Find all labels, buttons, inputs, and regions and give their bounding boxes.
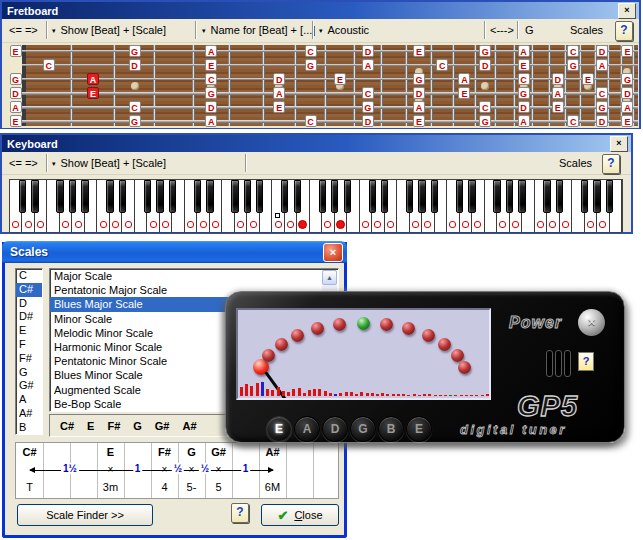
black-key[interactable] — [294, 180, 301, 213]
black-key[interactable] — [206, 180, 213, 213]
fret-note-G[interactable]: G — [10, 73, 22, 85]
black-key[interactable] — [518, 180, 525, 213]
fret-note-E[interactable]: E — [458, 87, 470, 99]
fret-note-A[interactable]: A — [552, 87, 564, 99]
fret-note-G[interactable]: G — [479, 45, 491, 57]
fret-note-C[interactable]: C — [518, 73, 530, 85]
fret-note-A[interactable]: A — [621, 101, 633, 113]
fret-note-C[interactable]: C — [129, 101, 141, 113]
black-key[interactable] — [106, 180, 113, 213]
black-key[interactable] — [81, 180, 88, 213]
tuner-note-button-B[interactable]: B — [378, 416, 404, 442]
root-note-list[interactable]: CC#DD#EFF#GG#AA#B — [15, 268, 43, 435]
fret-note-E[interactable]: E — [621, 45, 633, 57]
scale-finder-button[interactable]: Scale Finder >> — [17, 504, 153, 526]
guitar-string-1[interactable] — [22, 50, 638, 52]
black-key[interactable] — [506, 180, 513, 213]
fret-note-E[interactable]: E — [334, 73, 346, 85]
black-key[interactable] — [406, 180, 413, 213]
fret-note-G[interactable]: G — [413, 73, 425, 85]
fretboard-neck[interactable]: EGACDEGACDECDEGACDEGAGACDEGACDEGDEGACDEG… — [9, 45, 638, 126]
fret-note-G[interactable]: G — [567, 59, 579, 71]
help-icon[interactable]: ? — [578, 352, 594, 371]
fret-note-A[interactable]: A — [518, 45, 530, 57]
fret-note-A[interactable]: A — [273, 87, 285, 99]
fret-note-E[interactable]: E — [621, 115, 633, 127]
fret-note-A[interactable]: A — [362, 59, 374, 71]
fret-note-D[interactable]: D — [621, 87, 633, 99]
fret-note-G[interactable]: G — [205, 87, 217, 99]
root-item-G[interactable]: G — [16, 366, 42, 380]
black-key[interactable] — [606, 180, 613, 213]
black-key[interactable] — [581, 180, 588, 213]
show-menu-button[interactable]: ▾ Show [Beat] + [Scale] — [52, 152, 166, 174]
black-key[interactable] — [244, 180, 251, 213]
root-item-B[interactable]: B — [16, 421, 42, 435]
name-menu-button[interactable]: ▾ Name for [Beat] + [...] — [202, 19, 315, 41]
fret-note-A[interactable]: A — [205, 115, 217, 127]
fret-note-A-active[interactable]: A — [87, 73, 99, 85]
instrument-menu-button[interactable]: ▾ Acoustic — [319, 19, 369, 41]
root-item-G#[interactable]: G# — [16, 379, 42, 393]
show-menu-button[interactable]: ▾ Show [Beat] + [Scale] — [52, 19, 166, 41]
fret-note-A[interactable]: A — [413, 101, 425, 113]
tuner-note-button-A[interactable]: A — [294, 416, 320, 442]
help-icon[interactable]: ? — [615, 21, 633, 41]
black-key[interactable] — [69, 180, 76, 213]
nav-arrows-button[interactable]: <= => — [9, 19, 38, 41]
root-item-D[interactable]: D — [16, 297, 42, 311]
fret-note-E[interactable]: E — [273, 101, 285, 113]
fret-note-E[interactable]: E — [582, 73, 594, 85]
fret-note-E-active[interactable]: E — [87, 87, 99, 99]
black-key[interactable] — [468, 180, 475, 213]
black-key[interactable] — [381, 180, 388, 213]
width-toggle-button[interactable]: <---> — [490, 19, 514, 41]
keyboard-titlebar[interactable]: Keyboard × — [2, 135, 631, 152]
fret-note-E[interactable]: E — [10, 45, 22, 57]
black-key[interactable] — [431, 180, 438, 213]
root-item-D#[interactable]: D# — [16, 310, 42, 324]
black-key[interactable] — [556, 180, 563, 213]
fret-note-D[interactable]: D — [479, 59, 491, 71]
fret-note-C[interactable]: C — [362, 87, 374, 99]
fret-note-C[interactable]: C — [596, 87, 608, 99]
guitar-string-4[interactable] — [22, 92, 638, 95]
fret-note-A[interactable]: A — [458, 73, 470, 85]
guitar-string-3[interactable] — [22, 78, 638, 80]
fret-note-E[interactable]: E — [518, 59, 530, 71]
guitar-string-5[interactable] — [22, 106, 638, 109]
black-key[interactable] — [144, 180, 151, 213]
fret-note-C[interactable]: C — [567, 45, 579, 57]
fret-note-C[interactable]: C — [479, 101, 491, 113]
fret-note-C[interactable]: C — [205, 73, 217, 85]
fret-note-D[interactable]: D — [129, 59, 141, 71]
fret-note-G[interactable]: G — [305, 59, 317, 71]
key-letter-label[interactable]: G — [525, 19, 534, 41]
tuner-note-button-D[interactable]: D — [322, 416, 348, 442]
scales-titlebar[interactable]: Scales × — [2, 241, 347, 263]
fret-note-A[interactable]: A — [596, 59, 608, 71]
fret-note-C[interactable]: C — [305, 45, 317, 57]
black-key[interactable] — [119, 180, 126, 213]
fret-note-D[interactable]: D — [273, 73, 285, 85]
fret-note-A[interactable]: A — [518, 115, 530, 127]
guitar-string-6[interactable] — [22, 120, 638, 123]
black-key[interactable] — [31, 180, 38, 213]
fret-note-G[interactable]: G — [621, 73, 633, 85]
close-icon[interactable]: × — [323, 243, 343, 262]
close-icon[interactable]: × — [610, 136, 628, 152]
fret-note-E[interactable]: E — [205, 59, 217, 71]
fret-note-C[interactable]: C — [43, 59, 55, 71]
fret-note-A[interactable]: A — [10, 101, 22, 113]
fret-note-G[interactable]: G — [362, 101, 374, 113]
fret-note-D[interactable]: D — [518, 101, 530, 113]
fret-note-D[interactable]: D — [596, 115, 608, 127]
scales-button[interactable]: Scales — [570, 19, 603, 41]
fret-note-D[interactable]: D — [362, 115, 374, 127]
root-item-C[interactable]: C — [16, 269, 42, 283]
fret-note-G[interactable]: G — [129, 45, 141, 57]
fret-note-E[interactable]: E — [10, 115, 22, 127]
black-key[interactable] — [156, 180, 163, 213]
black-key[interactable] — [493, 180, 500, 213]
fret-note-D[interactable]: D — [10, 87, 22, 99]
